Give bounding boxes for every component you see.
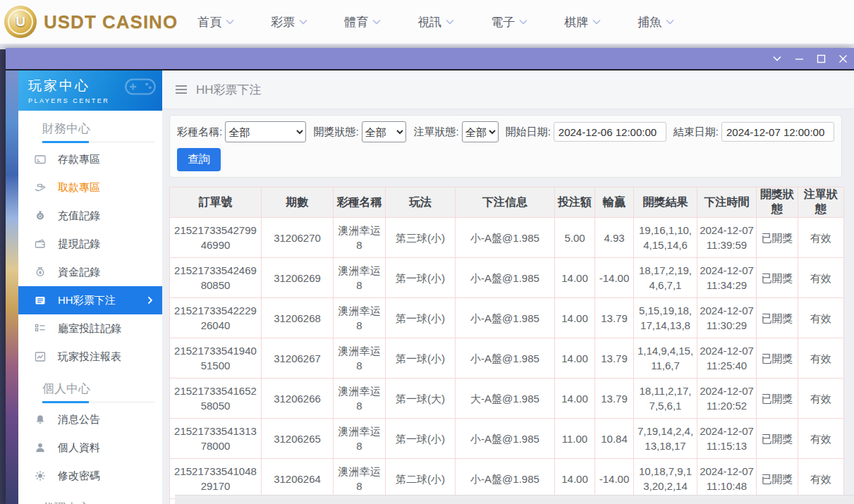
sidebar-item-room-bet-records[interactable]: 廳室投註記錄 [18, 314, 162, 343]
section-title-finance-center: 財務中心 [42, 121, 162, 137]
bets-table: 訂單號期數彩種名稱玩法下注信息投注額輸贏開獎結果下注時間開獎狀態注單狀態2152… [169, 187, 844, 504]
filter-panel: 彩種名稱: 全部 開獎狀態: 全部 注單狀態: 全部 開始日期: 結束日期: 查… [169, 115, 842, 178]
sidebar-item-label: 個人資料 [58, 441, 100, 455]
nav-item-video[interactable]: 視訊 [399, 14, 472, 30]
nav-item-label: 彩票 [271, 14, 295, 30]
cell-order_status: 有效 [798, 338, 844, 379]
section-title-personal-center: 個人中心 [42, 381, 162, 397]
start-date-input[interactable] [554, 122, 666, 142]
coins-bag-icon [34, 266, 47, 278]
sidebar-item-label: 消息公告 [58, 413, 100, 426]
sidebar-item-deposit-area[interactable]: 存款專區 [18, 145, 162, 173]
sidebar-item-label: 取款專區 [58, 181, 100, 195]
cell-play: 第一球(小) [386, 338, 456, 379]
cell-draw_result: 19,16,1,10,4,15,14,6 [634, 218, 697, 258]
sidebar-item-funds-records[interactable]: 資金記錄 [18, 258, 162, 286]
nav-item-sports[interactable]: 體育 [326, 14, 399, 30]
sidebar-item-recharge-records[interactable]: 充值記錄 [18, 202, 162, 230]
lottery-name-select[interactable]: 全部 [225, 121, 306, 142]
cell-lottery: 澳洲幸运8 [334, 298, 386, 338]
window-close-button[interactable] [837, 53, 848, 64]
gamepad-icon [124, 76, 157, 100]
cell-bet_time: 2024-12-07 11:30:29 [697, 298, 757, 338]
document-icon [34, 294, 47, 307]
cell-win_loss: -14.00 [595, 459, 634, 499]
cell-bet_amount: 5.00 [555, 218, 595, 258]
order-status-select[interactable]: 全部 [462, 121, 499, 142]
logo-coin-letter: U [8, 9, 33, 35]
table-row: 215217335424698085031206269澳洲幸运8第一球(小)小-… [170, 258, 844, 298]
wallet-icon [34, 238, 47, 250]
moneybag-icon [34, 209, 47, 222]
end-date-input[interactable] [721, 122, 834, 142]
cell-draw_status: 已開獎 [757, 298, 798, 338]
sidebar-item-hh-lottery-bets[interactable]: HH彩票下注 [18, 286, 162, 314]
page-title: HH彩票下注 [196, 82, 262, 98]
sidebar-item-withdraw-area[interactable]: 取款專區 [18, 173, 162, 202]
table-row: 215217335410482917031206264澳洲幸运8第二球(小)小-… [170, 459, 844, 499]
screen: U USDT CASINO 首頁彩票體育視訊電子棋牌捕魚 玩家中心 PLAYER… [0, 0, 854, 504]
cell-order_status: 有效 [798, 218, 844, 258]
site-logo[interactable]: U USDT CASINO [4, 6, 178, 38]
horizontal-scrollbar-track[interactable] [175, 495, 854, 504]
section-underline [42, 142, 155, 142]
order-status-label: 注單狀態: [413, 125, 458, 139]
nav-item-electronic[interactable]: 電子 [472, 14, 546, 30]
players-center-window: 玩家中心 PLAYERS CENTER 財務中心存款專區取款專區充值記錄提現記錄… [6, 48, 854, 504]
window-maximize-button[interactable] [815, 53, 826, 64]
site-header: U USDT CASINO 首頁彩票體育視訊電子棋牌捕魚 [0, 0, 854, 44]
cell-play: 第一球(小) [386, 258, 456, 298]
cell-draw_result: 18,11,2,17,7,5,6,1 [634, 379, 697, 419]
cell-period: 31206266 [262, 379, 334, 419]
lottery-name-label: 彩種名稱: [177, 125, 222, 139]
draw-status-select[interactable]: 全部 [362, 121, 407, 142]
cell-bet_time: 2024-12-07 11:10:48 [697, 459, 757, 499]
nav-item-chess[interactable]: 棋牌 [546, 14, 619, 30]
cell-play: 第一球(小) [386, 419, 456, 459]
window-minimize-button[interactable] [793, 53, 805, 64]
cell-period: 31206264 [262, 459, 334, 499]
report-icon [34, 350, 47, 363]
window-collapse-button[interactable] [771, 53, 783, 64]
cell-period: 31206269 [262, 258, 334, 298]
sidebar-item-change-password[interactable]: 修改密碼 [18, 462, 162, 490]
top-nav: 首頁彩票體育視訊電子棋牌捕魚 [179, 14, 693, 30]
cell-bet_info: 小-A盤@1.985 [456, 218, 555, 258]
cell-bet_info: 大-A盤@1.985 [456, 379, 555, 419]
nav-item-fishing[interactable]: 捕魚 [619, 14, 693, 30]
cell-order_no: 2152173354194051500 [170, 338, 262, 379]
sidebar-item-announcements[interactable]: 消息公告 [18, 405, 162, 434]
cell-bet_time: 2024-12-07 11:15:13 [697, 419, 757, 459]
cell-lottery: 澳洲幸运8 [334, 419, 386, 459]
chevron-down-icon [666, 19, 674, 25]
nav-item-home[interactable]: 首頁 [179, 14, 252, 30]
cell-bet_info: 小-A盤@1.985 [456, 258, 555, 298]
sidebar-item-label: 資金記錄 [58, 266, 100, 279]
cell-win_loss: -14.00 [595, 258, 634, 298]
chevron-down-icon [299, 19, 307, 25]
chevron-down-icon [519, 19, 527, 25]
sidebar-item-profile[interactable]: 個人資料 [18, 434, 162, 462]
section-underline [42, 402, 155, 402]
hamburger-icon[interactable] [175, 85, 188, 94]
background-art-strip [6, 70, 18, 504]
sidebar: 玩家中心 PLAYERS CENTER 財務中心存款專區取款專區充值記錄提現記錄… [18, 70, 162, 504]
cell-win_loss: 13.79 [595, 338, 634, 379]
sidebar-item-player-bet-report[interactable]: 玩家投注報表 [18, 343, 162, 371]
table-row: 215217335413137800031206265澳洲幸运8第一球(小)小-… [170, 419, 844, 459]
cell-bet_info: 小-A盤@1.985 [456, 338, 555, 379]
search-button[interactable]: 查詢 [177, 148, 221, 171]
cell-draw_status: 已開獎 [757, 218, 798, 258]
column-header-draw_result: 開獎結果 [634, 188, 697, 218]
sidebar-item-label: 提現記錄 [58, 238, 100, 251]
sidebar-item-withdrawal-records[interactable]: 提現記錄 [18, 230, 162, 258]
window-titlebar [6, 48, 854, 70]
cell-play: 第二球(小) [386, 459, 456, 499]
table-row: 215217335422292604031206268澳洲幸运8第一球(小)小-… [170, 298, 844, 338]
sidebar-sections: 財務中心存款專區取款專區充值記錄提現記錄資金記錄HH彩票下注廳室投註記錄玩家投注… [18, 121, 162, 504]
sidebar-item-label: 玩家投注報表 [58, 350, 121, 364]
cell-bet_info: 小-A盤@1.985 [456, 298, 555, 338]
column-header-play: 玩法 [386, 188, 456, 218]
column-header-order_status: 注單狀態 [798, 188, 844, 218]
nav-item-lottery[interactable]: 彩票 [252, 14, 326, 30]
